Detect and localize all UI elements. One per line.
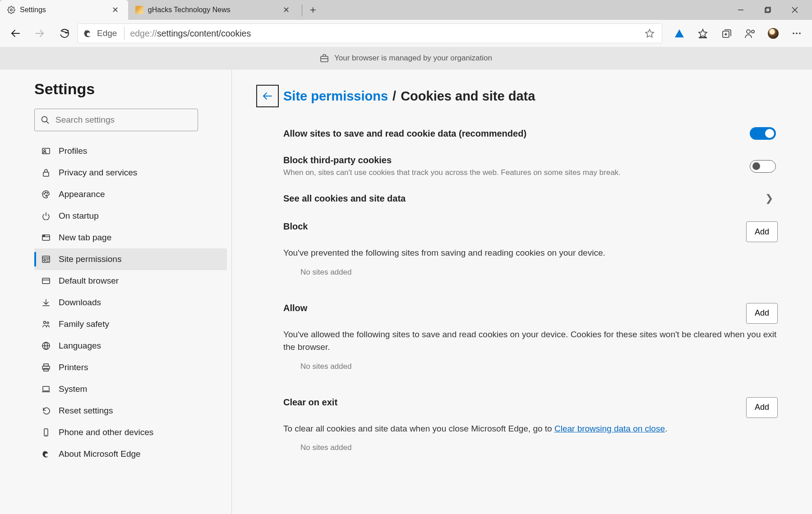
sidebar-item-label: System [59, 384, 87, 394]
block-add-button[interactable]: Add [746, 221, 778, 242]
svg-marker-9 [675, 29, 684, 37]
sidebar-item-system[interactable]: System [34, 378, 227, 400]
gear-icon [7, 6, 15, 14]
clear-add-button[interactable]: Add [746, 397, 778, 418]
allow-section-desc: You've allowed the following sites to sa… [256, 328, 778, 354]
sidebar-item-about[interactable]: About Microsoft Edge [34, 443, 227, 465]
lock-icon [42, 169, 51, 177]
tab-separator [302, 5, 302, 16]
edge-logo-icon [83, 29, 92, 38]
svg-point-26 [44, 150, 46, 151]
settings-main: Site permissions / Cookies and site data… [232, 69, 812, 514]
close-window-button[interactable] [781, 0, 808, 20]
laptop-icon [42, 385, 51, 393]
window-controls [727, 0, 812, 20]
sidebar-item-label: Privacy and services [59, 168, 137, 178]
svg-point-16 [747, 30, 750, 33]
block-third-party-desc: When on, sites can't use cookies that tr… [283, 168, 621, 177]
svg-point-23 [42, 117, 47, 122]
see-all-cookies-link[interactable]: See all cookies and site data ❯ [256, 193, 778, 204]
sidebar-item-label: Phone and other devices [59, 427, 153, 437]
svg-line-24 [46, 121, 49, 124]
tab-label: Settings [20, 6, 46, 14]
svg-marker-10 [699, 29, 707, 37]
breadcrumb-current: Cookies and site data [401, 89, 535, 104]
close-icon[interactable]: ✕ [280, 4, 293, 16]
new-tab-button[interactable]: + [305, 2, 321, 18]
toolbar: Edge edge://settings/content/cookies [0, 20, 812, 47]
chevron-right-icon: ❯ [765, 193, 778, 204]
address-prefix-label: Edge [97, 28, 117, 38]
favorites-button[interactable] [692, 23, 714, 44]
sidebar-item-reset[interactable]: Reset settings [34, 400, 227, 422]
power-icon [42, 212, 51, 220]
permissions-icon [42, 255, 51, 263]
address-bar[interactable]: Edge edge://settings/content/cookies [78, 23, 662, 43]
svg-point-29 [45, 192, 46, 193]
favorite-star-icon[interactable] [643, 28, 656, 38]
breadcrumb-parent-link[interactable]: Site permissions [283, 89, 388, 104]
sidebar-item-printers[interactable]: Printers [34, 357, 227, 378]
sidebar-item-label: On startup [59, 211, 99, 221]
extension-button[interactable] [669, 23, 690, 44]
browser-icon [42, 277, 51, 285]
breadcrumb-back-button[interactable] [256, 85, 279, 107]
sidebar-item-phone[interactable]: Phone and other devices [34, 422, 227, 443]
breadcrumb: Site permissions / Cookies and site data [256, 85, 778, 107]
collections-button[interactable] [715, 23, 737, 44]
phone-icon [42, 428, 51, 436]
allow-cookies-toggle[interactable] [750, 127, 776, 140]
search-settings-input[interactable] [34, 109, 198, 131]
sidebar-item-newtab[interactable]: New tab page [34, 227, 227, 248]
sidebar-item-site-permissions[interactable]: Site permissions [34, 248, 227, 270]
managed-banner-text: Your browser is managed by your organiza… [334, 54, 492, 63]
settings-sidebar: Settings Profiles Privacy and services A… [0, 69, 232, 514]
minimize-button[interactable] [727, 0, 754, 20]
sidebar-item-label: Appearance [59, 189, 105, 199]
allow-cookies-label: Allow sites to save and read cookie data… [283, 128, 526, 139]
svg-rect-27 [43, 172, 49, 176]
printer-icon [42, 363, 51, 372]
sidebar-item-default-browser[interactable]: Default browser [34, 270, 227, 292]
sidebar-item-languages[interactable]: Languages [34, 335, 227, 357]
avatar[interactable] [762, 23, 784, 44]
close-icon[interactable]: ✕ [109, 4, 122, 16]
allow-section-title: Allow [283, 303, 307, 313]
sidebar-item-label: New tab page [59, 233, 111, 243]
allow-add-button[interactable]: Add [746, 303, 778, 324]
see-all-cookies-label: See all cookies and site data [283, 193, 406, 204]
refresh-button[interactable] [53, 23, 75, 44]
family-icon [42, 320, 51, 328]
sidebar-item-downloads[interactable]: Downloads [34, 292, 227, 313]
svg-rect-51 [44, 368, 48, 371]
forward-button[interactable] [29, 23, 51, 44]
managed-banner: Your browser is managed by your organiza… [0, 47, 812, 69]
svg-rect-40 [42, 278, 50, 284]
tab-label: gHacks Technology News [148, 6, 231, 14]
block-third-party-toggle[interactable] [750, 160, 776, 173]
back-button[interactable] [5, 23, 26, 44]
tab-settings[interactable]: Settings ✕ [0, 0, 128, 20]
sidebar-item-appearance[interactable]: Appearance [34, 184, 227, 205]
sidebar-item-label: Downloads [59, 298, 101, 307]
more-menu-button[interactable] [786, 23, 807, 44]
sidebar-item-family[interactable]: Family safety [34, 313, 227, 335]
arrow-left-icon [262, 90, 273, 102]
clear-section-empty: No sites added [256, 443, 778, 452]
reset-icon [42, 407, 51, 415]
clear-browsing-data-link[interactable]: Clear browsing data on close [554, 424, 665, 433]
tab-ghacks[interactable]: gHacks Technology News ✕ [128, 0, 299, 20]
sidebar-item-privacy[interactable]: Privacy and services [34, 162, 227, 184]
maximize-button[interactable] [754, 0, 781, 20]
svg-point-18 [793, 32, 794, 34]
profile-button[interactable] [739, 23, 761, 44]
breadcrumb-separator: / [392, 89, 396, 104]
search-icon [41, 116, 49, 124]
block-third-party-label: Block third-party cookies [283, 155, 621, 165]
sidebar-item-profiles[interactable]: Profiles [34, 140, 227, 162]
sidebar-item-label: Profiles [59, 146, 87, 156]
svg-point-45 [47, 322, 49, 324]
sidebar-item-label: Languages [59, 341, 101, 351]
profile-card-icon [42, 147, 51, 155]
sidebar-item-startup[interactable]: On startup [34, 205, 227, 227]
